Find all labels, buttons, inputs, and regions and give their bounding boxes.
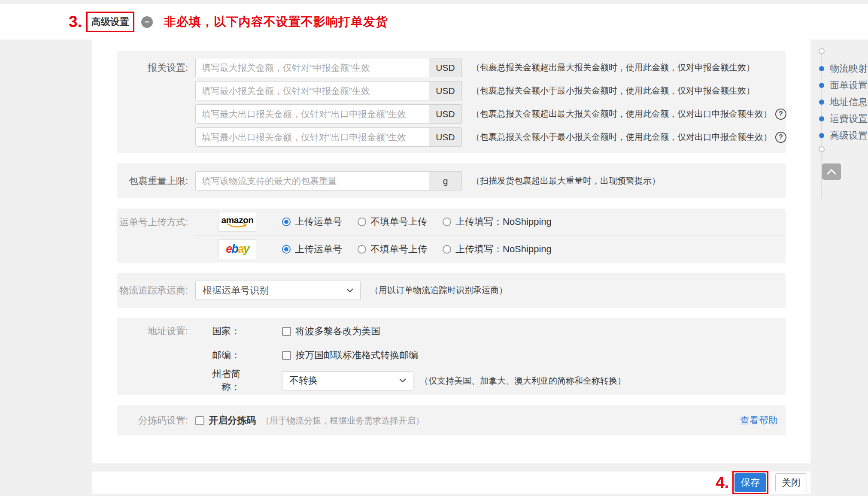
carrier-select[interactable]: 根据运单号识别 bbox=[195, 281, 361, 300]
state-note: （仅支持美国、加拿大、澳大利亚的简称和全称转换） bbox=[420, 375, 626, 387]
radio-unselected-icon bbox=[443, 245, 451, 254]
customs-min-input[interactable] bbox=[195, 81, 429, 100]
close-button[interactable]: 关闭 bbox=[775, 473, 807, 492]
anchor-dot-icon bbox=[819, 133, 824, 138]
chevron-down-icon bbox=[399, 378, 406, 383]
sorting-checkbox-group[interactable]: 开启分拣码 bbox=[195, 414, 256, 427]
state-label: 州省简称： bbox=[195, 368, 240, 393]
customs-min-input-group: USD bbox=[195, 81, 462, 100]
checkbox-icon bbox=[195, 416, 204, 425]
country-checkbox-label: 将波多黎各改为美国 bbox=[295, 325, 380, 338]
anchor-item-label: 高级设置 bbox=[830, 129, 868, 142]
amazon-option-fill-noshipping[interactable]: 上传填写：NoShipping bbox=[443, 215, 552, 228]
radio-unselected-icon bbox=[358, 245, 366, 254]
anchor-item-label: 运费设置 bbox=[830, 112, 868, 125]
ebay-option-upload-tracking[interactable]: 上传运单号 bbox=[282, 243, 342, 256]
weight-limit-body: g （扫描发货包裹超出最大重量时，出现预警提示） bbox=[195, 171, 786, 191]
help-icon[interactable]: ? bbox=[775, 132, 786, 143]
save-button[interactable]: 保存 bbox=[734, 473, 766, 492]
weight-limit-row: g （扫描发货包裹超出最大重量时，出现预警提示） bbox=[195, 171, 786, 191]
customs-export-min-input-group: USD bbox=[195, 127, 462, 147]
checkbox-icon bbox=[282, 351, 291, 360]
chevron-down-icon bbox=[346, 288, 353, 293]
ebay-letter: b bbox=[231, 242, 238, 255]
customs-max-note: （包裹总报关金额超出最大报关金额时，使用此金额，仅对申报金额生效） bbox=[471, 58, 755, 77]
radio-option-label: 上传运单号 bbox=[295, 215, 342, 228]
weight-limit-input-group: g bbox=[195, 171, 462, 191]
radio-option-label: 不填单号上传 bbox=[370, 215, 427, 228]
collapse-icon[interactable]: − bbox=[141, 16, 153, 28]
country-label: 国家： bbox=[195, 325, 240, 338]
view-help-link[interactable]: 查看帮助 bbox=[740, 414, 778, 427]
annotation-step-3: 3. bbox=[69, 13, 82, 31]
state-control: 不转换 （仅支持美国、加拿大、澳大利亚的简称和全称转换） bbox=[282, 371, 626, 390]
advanced-settings-page: 3. 高级设置 − 非必填，以下内容不设置不影响打单发货 报关设置: USD （… bbox=[0, 0, 868, 496]
help-icon[interactable]: ? bbox=[775, 109, 786, 120]
zip-checkbox-group[interactable]: 按万国邮联标准格式转换邮编 bbox=[282, 349, 418, 362]
carrier-body: 根据运单号识别 （用以订单物流追踪时识别承运商） bbox=[195, 281, 786, 300]
customs-export-min-input[interactable] bbox=[195, 127, 429, 147]
anchor-item-advanced-settings[interactable]: 高级设置 bbox=[819, 127, 868, 144]
settings-content: 报关设置: USD （包裹总报关金额超出最大报关金额时，使用此金额，仅对申报金额… bbox=[92, 39, 810, 463]
weight-limit-panel: 包裹重量上限: g （扫描发货包裹超出最大重量时，出现预警提示） bbox=[117, 163, 786, 198]
radio-option-label: 上传填写：NoShipping bbox=[455, 215, 552, 228]
customs-export-min-unit: USD bbox=[429, 127, 462, 147]
chevron-up-icon bbox=[827, 169, 836, 175]
annotation-step-4: 4. bbox=[716, 474, 729, 492]
customs-export-max-input[interactable] bbox=[195, 104, 429, 124]
tracking-upload-panel: 运单号上传方式: amazon 上传运单号 bbox=[117, 209, 786, 263]
amazon-smile-icon bbox=[226, 223, 249, 228]
anchor-item-label-settings[interactable]: 面单设置 bbox=[819, 77, 868, 94]
advanced-settings-section-button[interactable]: 高级设置 bbox=[86, 12, 134, 32]
customs-row-max: USD （包裹总报关金额超出最大报关金额时，使用此金额，仅对申报金额生效） bbox=[195, 58, 786, 77]
sorting-checkbox-label: 开启分拣码 bbox=[209, 414, 256, 427]
customs-max-input-group: USD bbox=[195, 58, 462, 77]
checkbox-icon bbox=[282, 327, 291, 336]
customs-panel: 报关设置: USD （包裹总报关金额超出最大报关金额时，使用此金额，仅对申报金额… bbox=[117, 51, 786, 153]
state-select[interactable]: 不转换 bbox=[282, 371, 413, 390]
tracking-upload-body: amazon 上传运单号 不填单号上传 bbox=[195, 209, 786, 263]
customs-export-max-note: （包裹总报关金额超出最大报关金额时，使用此金额，仅对出口申报金额生效） bbox=[471, 104, 772, 124]
ebay-option-fill-noshipping[interactable]: 上传填写：NoShipping bbox=[443, 243, 552, 256]
header-warning-note: 非必填，以下内容不设置不影响打单发货 bbox=[164, 14, 388, 30]
footer-bar: 4. 保存 关闭 bbox=[92, 472, 810, 494]
ebay-option-no-tracking[interactable]: 不填单号上传 bbox=[358, 243, 427, 256]
ebay-letter: a bbox=[238, 242, 243, 255]
anchor-item-address-info[interactable]: 地址信息 bbox=[819, 94, 868, 110]
country-checkbox-group[interactable]: 将波多黎各改为美国 bbox=[282, 325, 380, 338]
anchor-endpoint-top bbox=[819, 48, 825, 54]
customs-min-note: （包裹总报关金额小于最小报关金额时，使用此金额，仅对申报金额生效） bbox=[471, 81, 755, 100]
amazon-logo-art: amazon bbox=[221, 215, 253, 228]
customs-row-export-min: USD （包裹总报关金额小于最小报关金额时，使用此金额，仅对出口申报金额生效） … bbox=[195, 127, 786, 147]
anchor-item-shipping-fee[interactable]: 运费设置 bbox=[819, 110, 868, 127]
customs-max-input[interactable] bbox=[195, 58, 429, 77]
ebay-letter: e bbox=[226, 242, 231, 255]
address-panel: 地址设置: 国家： 将波多黎各改为美国 邮编： 按万国邮联标准格式转换邮编 bbox=[117, 318, 786, 395]
amazon-option-no-tracking[interactable]: 不填单号上传 bbox=[358, 215, 427, 228]
back-to-top-button[interactable] bbox=[822, 163, 841, 180]
customs-label: 报关设置: bbox=[117, 58, 188, 147]
address-body: 国家： 将波多黎各改为美国 邮编： 按万国邮联标准格式转换邮编 州省简称： bbox=[195, 319, 786, 394]
customs-export-min-note: （包裹总报关金额小于最小报关金额时，使用此金额，仅对出口申报金额生效） bbox=[471, 127, 772, 147]
ebay-letter: y bbox=[243, 242, 249, 255]
ebay-logo: ebay bbox=[219, 239, 256, 259]
radio-selected-icon bbox=[282, 245, 291, 254]
customs-max-unit: USD bbox=[429, 58, 462, 77]
weight-limit-input[interactable] bbox=[195, 171, 429, 191]
carrier-panel: 物流追踪承运商: 根据运单号识别 （用以订单物流追踪时识别承运商） bbox=[117, 273, 786, 308]
section-header: 3. 高级设置 − 非必填，以下内容不设置不影响打单发货 bbox=[0, 4, 868, 39]
sorting-label: 分拣码设置: bbox=[117, 414, 188, 427]
radio-unselected-icon bbox=[358, 218, 366, 226]
anchor-items: 物流映射 面单设置 地址信息 运费设置 高级设置 bbox=[819, 60, 868, 144]
amazon-option-upload-tracking[interactable]: 上传运单号 bbox=[282, 215, 342, 228]
tracking-upload-label: 运单号上传方式: bbox=[117, 209, 188, 263]
sorting-note: （用于物流分拨，根据业务需求选择开启） bbox=[261, 415, 424, 426]
radio-option-label: 上传填写：NoShipping bbox=[455, 243, 552, 256]
zip-label: 邮编： bbox=[195, 349, 240, 362]
anchor-item-logistics-mapping[interactable]: 物流映射 bbox=[819, 60, 868, 77]
address-label: 地址设置: bbox=[117, 319, 188, 394]
radio-selected-icon bbox=[282, 218, 291, 226]
advanced-settings-section-label: 高级设置 bbox=[91, 15, 129, 28]
anchor-item-label: 面单设置 bbox=[830, 79, 868, 92]
anchor-item-label: 物流映射 bbox=[830, 62, 868, 75]
